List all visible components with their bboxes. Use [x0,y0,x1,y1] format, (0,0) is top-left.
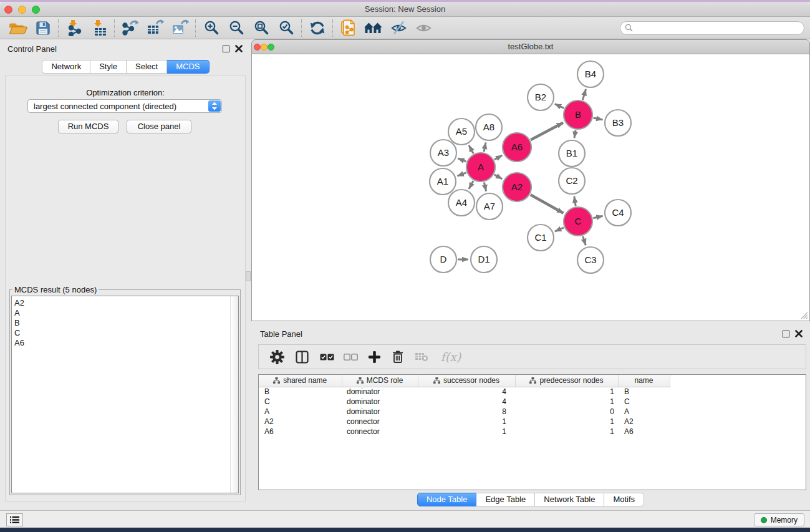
graph-edge-A-A7[interactable] [484,182,486,191]
close-panel-button[interactable]: Close panel [127,120,191,133]
mcds-result-item[interactable]: B [14,318,238,328]
graph-node-C2[interactable]: C2 [559,168,585,194]
graph-edge-A-A2[interactable] [494,175,503,179]
graph-node-B1[interactable]: B1 [559,140,585,167]
splitpane-handle[interactable] [246,271,251,281]
mcds-result-list[interactable]: A2ABCA6 [11,296,239,493]
tab-motifs[interactable]: Motifs [604,493,644,506]
mcds-result-item[interactable]: A2 [14,298,238,308]
graph-node-A3[interactable]: A3 [430,140,456,166]
table-cell[interactable]: B [618,387,670,397]
show-all-icon[interactable] [411,18,436,38]
table-cell[interactable]: 8 [418,407,515,417]
zoom-out-icon[interactable] [224,18,249,38]
graph-edge-A-A5[interactable] [469,145,473,153]
close-window-button[interactable] [4,6,12,14]
add-column-icon[interactable] [364,347,385,366]
graph-node-A7[interactable]: A7 [476,193,503,220]
float-panel-icon[interactable] [223,46,229,52]
table-cell[interactable]: A [618,407,670,417]
table-cell[interactable]: A [259,407,342,417]
hide-selected-icon[interactable] [386,18,411,38]
window-resize-grip[interactable] [799,311,808,319]
table-cell[interactable]: 1 [515,417,618,427]
mcds-result-item[interactable]: C [14,328,238,338]
optimization-criterion-select[interactable]: largest connected component (directed) [27,99,222,113]
float-table-panel-icon[interactable] [783,331,789,337]
graph-edge-B-B3[interactable] [594,118,603,120]
graph-edge-A2-C[interactable] [531,195,564,213]
column-header-shared-name[interactable]: shared name [259,375,342,387]
close-panel-icon[interactable] [235,45,243,52]
graph-node-B4[interactable]: B4 [577,61,604,87]
column-header-mcds-role[interactable]: MCDS role [342,375,418,387]
graph-node-C1[interactable]: C1 [528,225,554,251]
table-row[interactable]: A6connector11A6 [259,427,670,437]
graph-node-A6[interactable]: A6 [503,133,531,162]
table-cell[interactable]: B [259,387,342,397]
export-table-icon[interactable] [143,18,168,38]
column-header-successor-nodes[interactable]: successor nodes [418,375,515,387]
open-session-icon[interactable] [6,18,31,38]
mcds-result-scrollbar[interactable] [230,296,238,493]
search-input[interactable] [635,24,799,32]
graph-edge-C-C4[interactable] [593,216,602,218]
import-network-from-file-icon[interactable] [62,18,87,38]
refresh-network-view-icon[interactable] [305,18,330,38]
tab-select[interactable]: Select [127,60,167,74]
table-cell[interactable]: dominator [342,397,418,407]
zoom-in-icon[interactable] [199,18,224,38]
graph-node-A[interactable]: A [466,153,495,181]
graph-edge-B-B1[interactable] [574,130,576,138]
graph-node-D[interactable]: D [430,246,456,273]
graph-edge-B-B4[interactable] [582,89,586,100]
table-cell[interactable]: 0 [515,407,618,417]
graph-edge-A-A4[interactable] [469,181,473,189]
graph-edge-A-A1[interactable] [457,173,466,176]
export-network-icon[interactable] [118,18,143,38]
table-cell[interactable]: 1 [515,387,618,397]
table-cell[interactable]: A6 [618,427,670,437]
table-cell[interactable]: 1 [418,417,515,427]
network-canvas[interactable]: B4B2BB3A8A5A6A3B1AC2A1A2A4A7C4CC1C3DD1 [251,54,810,321]
tab-mcds[interactable]: MCDS [167,60,209,74]
table-row[interactable]: A2connector11A2 [259,417,670,427]
tab-network[interactable]: Network [42,60,90,74]
table-cell[interactable]: connector [342,417,418,427]
panel-toggle-button[interactable] [6,513,23,526]
memory-button[interactable]: Memory [754,513,804,526]
table-row[interactable]: Adominator80A [259,407,670,417]
table-cell[interactable]: A6 [259,427,342,437]
delete-table-icon[interactable] [411,347,432,366]
graph-edge-A-A8[interactable] [484,143,486,152]
new-network-from-selection-icon[interactable] [336,18,361,38]
graph-edge-A-A6[interactable] [494,155,503,160]
graph-node-C[interactable]: C [564,207,592,236]
delete-columns-icon[interactable] [387,347,408,366]
graph-node-D1[interactable]: D1 [471,246,497,273]
graph-edge-A-A3[interactable] [458,158,466,162]
table-cell[interactable]: C [618,397,670,407]
tab-style[interactable]: Style [90,60,127,74]
minimize-window-button[interactable] [18,6,26,14]
column-header-name[interactable]: name [618,375,670,387]
open-ndex-icon[interactable] [361,18,386,38]
table-cell[interactable]: 1 [515,397,618,407]
graph-edge-C-C1[interactable] [555,228,564,231]
toggle-panel-columns-icon[interactable] [291,347,312,366]
graph-node-A4[interactable]: A4 [448,190,475,216]
table-cell[interactable]: A2 [259,417,342,427]
zoom-selected-icon[interactable] [274,18,299,38]
minimize-network-window-button[interactable] [261,44,268,51]
table-cell[interactable]: dominator [342,387,418,397]
settings-gear-icon[interactable] [266,347,287,366]
table-cell[interactable]: 4 [418,397,515,407]
graph-node-B3[interactable]: B3 [605,110,631,136]
table-cell[interactable]: 1 [418,427,515,437]
graph-node-A2[interactable]: A2 [503,173,531,201]
column-header-predecessor-nodes[interactable]: predecessor nodes [515,375,618,387]
close-network-window-button[interactable] [254,44,261,51]
graph-edge-C-C2[interactable] [574,196,576,206]
graph-node-B[interactable]: B [564,100,592,129]
graph-edge-B-B2[interactable] [555,104,564,109]
